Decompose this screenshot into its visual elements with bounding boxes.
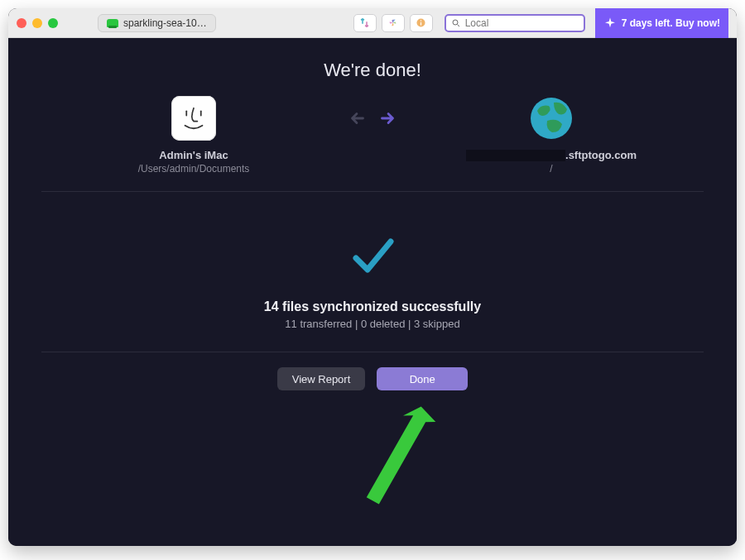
svg-rect-1 [421,22,421,26]
annotation-arrow [339,399,455,518]
minimize-window-button[interactable] [32,18,42,28]
globe-icon [529,96,574,141]
info-button[interactable] [410,14,433,32]
remote-name-suffix: .sftptogo.com [565,149,637,161]
divider [41,352,704,352]
status-main: 14 files synchronized successfully [8,299,737,314]
remote-name-row: .sftptogo.com [444,149,659,161]
info-icon [415,17,427,29]
local-name: Admin's iMac [86,149,301,161]
search-placeholder: Local [465,17,489,29]
redacted-hostname [466,150,565,161]
page-title: We're done! [8,38,737,81]
arrow-right-icon [377,108,398,129]
window-controls [17,18,58,28]
direction-arrows [347,108,398,129]
arrow-left-icon [347,108,368,129]
titlebar: sparkling-sea-10… [8,8,737,38]
endpoints-row: Admin's iMac /Users/admin/Documents [8,96,737,175]
svg-point-3 [453,20,458,25]
status-block: 14 files synchronized successfully 11 tr… [8,228,737,330]
trial-banner[interactable]: 7 days left. Buy now! [595,8,728,38]
local-path: /Users/admin/Documents [86,163,301,175]
remote-endpoint: .sftptogo.com / [444,96,659,175]
remote-path: / [444,163,659,175]
pinwheel-icon [387,17,399,29]
check-icon [8,228,737,285]
search-icon [451,18,461,28]
tab-label: sparkling-sea-10… [123,17,207,29]
body: We're done! Admin's iMac /Users/admin/Do… [8,38,737,546]
sparkle-icon [603,17,617,30]
connection-tab[interactable]: sparkling-sea-10… [98,14,216,32]
connection-chip-icon [107,19,118,27]
trial-text: 7 days left. Buy now! [622,17,720,29]
svg-rect-2 [421,20,421,21]
close-window-button[interactable] [17,18,26,28]
status-sub: 11 transferred | 0 deleted | 3 skipped [8,318,737,330]
finder-icon [171,96,216,141]
svg-marker-5 [366,400,438,510]
search-input[interactable]: Local [445,14,585,32]
local-endpoint: Admin's iMac /Users/admin/Documents [86,96,301,175]
toolbar-buttons [353,14,433,32]
action-row: View Report Done [8,367,737,390]
view-report-button[interactable]: View Report [277,367,366,390]
maximize-window-button[interactable] [48,18,58,28]
sync-arrows-icon [358,17,371,29]
activity-button[interactable] [382,14,405,32]
done-button[interactable]: Done [377,367,468,390]
divider [41,191,704,192]
app-window: sparkling-sea-10… [8,8,737,546]
sync-button[interactable] [353,14,377,32]
svg-point-4 [531,98,572,139]
